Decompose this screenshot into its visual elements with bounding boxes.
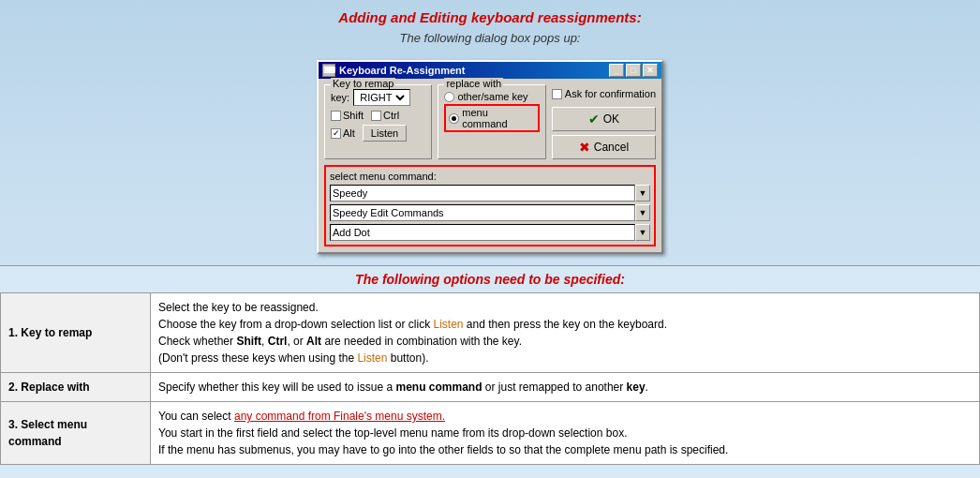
menu-dropdown-3-input[interactable] [330, 224, 635, 241]
key-remap-label: Key to remap [331, 78, 395, 89]
radio-menu-command-highlighted[interactable]: menu command [444, 104, 539, 132]
alt-checkbox[interactable]: ✓ [331, 128, 341, 139]
info-table: 1. Key to remap Select the key to be rea… [0, 292, 980, 465]
menu-command-section: select menu command: ▼ ▼ ▼ [324, 165, 656, 246]
dialog-wrapper: ⌨ Keyboard Re-Assignment _ □ ✕ Key to r [0, 60, 980, 254]
titlebar-controls: _ □ ✕ [609, 64, 658, 77]
dialog-title: Keyboard Re-Assignment [339, 65, 465, 76]
ctrl-bold: Ctrl [268, 335, 288, 348]
alt-label: Alt [343, 127, 355, 139]
options-heading: The following options need to be specifi… [0, 265, 980, 292]
shift-checkbox-item[interactable]: Shift [331, 110, 364, 121]
listen-link-2: Listen [357, 351, 387, 365]
table-row-1: 1. Key to remap Select the key to be rea… [1, 293, 980, 373]
replace-with-group: replace with other/same key menu command [438, 84, 545, 159]
ctrl-checkbox[interactable] [371, 111, 381, 121]
table-row-2: 2. Replace with Specify whether this key… [1, 373, 980, 402]
cancel-button[interactable]: ✖ Cancel [552, 135, 656, 159]
cancel-xmark: ✖ [579, 140, 590, 155]
listen-button[interactable]: Listen [363, 125, 407, 142]
ctrl-checkbox-item[interactable]: Ctrl [371, 110, 399, 121]
menu-dropdown-1-btn[interactable]: ▼ [635, 185, 650, 202]
replace-with-label: replace with [444, 78, 503, 89]
row-1-content: Select the key to be reassigned. Choose … [151, 293, 980, 373]
row-2-content: Specify whether this key will be used to… [151, 373, 980, 402]
cancel-label: Cancel [594, 141, 629, 154]
menu-dropdown-1-input[interactable] [330, 185, 635, 202]
key-label: key: [331, 92, 349, 103]
row-3-label: 3. Select menu command [1, 402, 151, 465]
menu-dropdown-2-input[interactable] [330, 204, 635, 221]
dialog-body: Key to remap key: RIGHT LEFT UP DOWN [319, 79, 661, 252]
alt-row: ✓ Alt Listen [331, 125, 425, 142]
key-select-wrapper[interactable]: RIGHT LEFT UP DOWN [353, 89, 410, 106]
confirm-checkbox[interactable] [552, 89, 562, 99]
dropdown-3-row: ▼ [330, 224, 650, 241]
modifier-checkboxes: Shift Ctrl [331, 110, 425, 121]
key-remap-inner: key: RIGHT LEFT UP DOWN [331, 89, 425, 142]
main-heading: Adding and Editing keyboard reassignment… [0, 9, 980, 25]
confirm-label: Ask for confirmation [565, 88, 656, 99]
shift-checkbox[interactable] [331, 111, 341, 121]
alt-bold: Alt [306, 335, 321, 348]
radio-menu-command-label: menu command [462, 107, 535, 129]
titlebar-left: ⌨ Keyboard Re-Assignment [322, 64, 465, 77]
alt-checkbox-item[interactable]: ✓ Alt [331, 127, 355, 139]
dropdown-2-row: ▼ [330, 204, 650, 221]
ctrl-label: Ctrl [383, 110, 399, 121]
close-button[interactable]: ✕ [643, 64, 658, 77]
radio-other-key[interactable]: other/same key [444, 91, 539, 102]
dialog-icon: ⌨ [322, 64, 335, 77]
ok-label: OK [603, 112, 619, 126]
listen-link-1: Listen [433, 318, 463, 331]
shift-bold: Shift [236, 335, 261, 348]
key-select[interactable]: RIGHT LEFT UP DOWN [356, 91, 408, 104]
menu-command-bold: menu command [395, 381, 482, 394]
key-row: key: RIGHT LEFT UP DOWN [331, 89, 425, 106]
radio-menu-command-btn[interactable] [449, 113, 459, 124]
shift-label: Shift [343, 110, 364, 121]
ok-button[interactable]: ✔ OK [552, 107, 656, 131]
row-1-label: 1. Key to remap [1, 293, 151, 373]
select-menu-label: select menu command: [330, 171, 650, 182]
right-buttons: Ask for confirmation ✔ OK ✖ Cancel [552, 84, 656, 159]
page-container: Adding and Editing keyboard reassignment… [0, 0, 980, 465]
minimize-button[interactable]: _ [609, 64, 624, 77]
dialog-box: ⌨ Keyboard Re-Assignment _ □ ✕ Key to r [317, 60, 663, 254]
sub-heading: The following dialog box pops up: [0, 31, 980, 45]
top-row: Key to remap key: RIGHT LEFT UP DOWN [324, 84, 656, 159]
confirm-row: Ask for confirmation [552, 88, 656, 99]
key-bold: key [627, 381, 646, 394]
row-3-content: You can select any command from Finale's… [151, 402, 980, 465]
menu-dropdown-2-btn[interactable]: ▼ [635, 204, 650, 221]
menu-dropdown-3-btn[interactable]: ▼ [635, 224, 650, 241]
ok-checkmark: ✔ [588, 112, 600, 127]
radio-other-key-label: other/same key [457, 91, 527, 102]
row-2-label: 2. Replace with [1, 373, 151, 402]
maximize-button[interactable]: □ [626, 64, 641, 77]
dialog-titlebar: ⌨ Keyboard Re-Assignment _ □ ✕ [319, 62, 661, 79]
radio-other-key-btn[interactable] [444, 92, 454, 102]
top-section: Adding and Editing keyboard reassignment… [0, 0, 980, 60]
key-to-remap-group: Key to remap key: RIGHT LEFT UP DOWN [324, 84, 432, 159]
table-row-3: 3. Select menu command You can select an… [1, 402, 980, 465]
dropdown-1-row: ▼ [330, 185, 650, 202]
menu-system-link: any command from Finale's menu system. [234, 410, 445, 423]
